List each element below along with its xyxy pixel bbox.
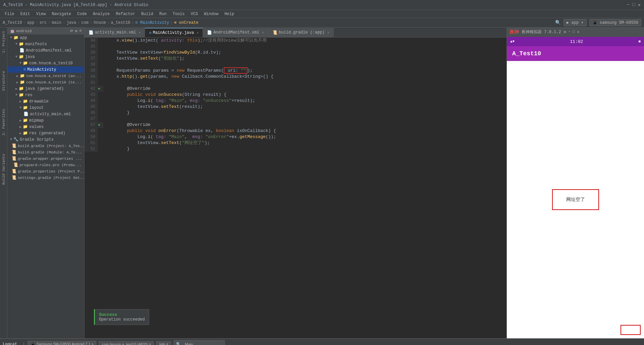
menu-refactor[interactable]: Refactor <box>113 11 138 17</box>
favorites-tool-button[interactable]: 2: Favorites <box>1 107 6 137</box>
device-filter-button[interactable]: 📱 Samsung SM-G9550 Android 7.1 ▾ <box>28 341 96 345</box>
emulator-text-display: 网址空了 <box>552 189 599 210</box>
tree-item-gradle-wrapper[interactable]: 📜 gradle-wrapper.properties ... <box>7 155 84 162</box>
tree-item-layout[interactable]: ▼ 📁 layout <box>7 105 84 111</box>
tab-bar: 📄 activity_main.xml ✕ ⊙ MainActivity.jav… <box>85 27 506 38</box>
menu-vcs[interactable]: VCS <box>188 11 201 17</box>
breadcrumb-src[interactable]: src <box>40 20 47 25</box>
tree-item-values[interactable]: ▶ 📁 values <box>7 124 84 130</box>
emulator-app-bar: A_Test10 <box>507 46 644 61</box>
menu-help[interactable]: Help <box>222 11 237 17</box>
tree-item-drawable[interactable]: ▶ 📁 drawable <box>7 98 84 105</box>
tab-build-gradle[interactable]: 📜 build.gradle (:app) ✕ <box>268 28 334 37</box>
tree-item-package-te[interactable]: ▶ 📁 com.hnucm.a_test10 (te... <box>7 79 84 85</box>
title-bar: A_Test10 - MainActivity.java [A_Test10.a… <box>0 0 644 10</box>
emulator-close-icon[interactable]: ✕ <box>577 29 579 34</box>
close-tab-icon[interactable]: ✕ <box>139 30 141 34</box>
logcat-toolbar: Logcat | 📱 Samsung SM-G9550 Android 7.1 … <box>0 339 644 345</box>
breadcrumb-java[interactable]: java <box>66 20 76 25</box>
breadcrumb-com[interactable]: com <box>81 20 89 25</box>
menu-analyze[interactable]: Analyze <box>90 11 112 17</box>
code-lines: 34 x.view().inject( activity: this);//没有… <box>85 38 506 152</box>
toast-message: Operation succeeded <box>99 317 145 322</box>
device-selector[interactable]: 📱 samsung SM-G9550 <box>589 19 641 26</box>
tree-item-app[interactable]: ▼ 📁 app <box>7 34 84 41</box>
search-icon[interactable]: 🔍 <box>555 20 561 25</box>
menu-tools[interactable]: Tools <box>170 11 187 17</box>
bottom-panel: Logcat | 📱 Samsung SM-G9550 Android 7.1 … <box>0 338 644 345</box>
menu-build[interactable]: Build <box>139 11 156 17</box>
menu-file[interactable]: File <box>2 11 17 17</box>
breadcrumb-package[interactable]: a_test10 <box>111 20 130 25</box>
emulator-controls[interactable]: ⚙ − □ ✕ <box>564 29 580 34</box>
tree-item-mipmap[interactable]: ▶ 📁 mipmap <box>7 117 84 124</box>
tree-item-build-gradle-module[interactable]: 📜 build.gradle (Module: A_Te... <box>7 149 84 155</box>
emulator-panel: 夜神 夜神模拟器 7.0.1.2 ⚙ − □ ✕ ▲▼ 11:02 ■ A_Te… <box>506 27 644 338</box>
tree-item-res[interactable]: ▼ 📁 res <box>7 92 84 98</box>
menu-run[interactable]: Run <box>157 11 169 17</box>
emulator-settings-icon[interactable]: ⚙ <box>564 29 566 34</box>
tree-item-settings-gradle[interactable]: 📜 settings.gradle (Project Set... <box>7 175 84 181</box>
tree-item-res-generated[interactable]: ▶ 📁 res (generated) <box>7 130 84 136</box>
settings-icon[interactable]: ⚙ <box>75 29 77 33</box>
code-line-37: 37 textView.setText("初始化"); <box>85 56 506 62</box>
sync-icon[interactable]: ⟳ <box>70 29 73 33</box>
close-manifest-tab-icon[interactable]: ✕ <box>262 30 264 34</box>
logcat-search-input[interactable] <box>182 340 222 345</box>
tab-androidmanifest-xml[interactable]: 📄 AndroidManifest.xml ✕ <box>203 28 268 37</box>
emulator-minimize-icon[interactable]: − <box>568 29 571 34</box>
app-title: A_Test10 - MainActivity.java [A_Test10.a… <box>3 3 148 7</box>
close-gradle-tab-icon[interactable]: ✕ <box>327 30 329 34</box>
window-controls[interactable]: − □ ✕ <box>627 2 641 8</box>
minimize-button[interactable]: − <box>627 2 630 8</box>
code-line-47: 47 <box>85 116 506 122</box>
sidebar-header: 🤖 Android ⟳ ⚙ ≡ <box>7 27 84 34</box>
search-logcat-icon: 🔍 <box>176 342 181 345</box>
breadcrumb-class[interactable]: ⊙ MainActivity <box>135 20 169 25</box>
breadcrumb-project[interactable]: A_Test10 <box>3 20 22 25</box>
close-button[interactable]: ✕ <box>638 2 641 8</box>
tree-item-mainactivity[interactable]: ⊙ MainActivity <box>7 66 84 73</box>
breadcrumb-main[interactable]: main <box>52 20 61 25</box>
menu-navigate[interactable]: Navigate <box>49 11 74 17</box>
breadcrumb-hnucm[interactable]: hnucm <box>94 20 106 25</box>
menu-window[interactable]: Window <box>201 11 221 17</box>
build-variants-button[interactable]: Build Variants <box>1 152 6 187</box>
tree-item-package-an[interactable]: ▶ 📁 com.hnucm.a_test10 (an... <box>7 73 84 79</box>
tab-mainactivity-java[interactable]: ⊙ MainActivity.java ✕ <box>145 28 203 37</box>
main-layout: 1: Project Structure 2: Favorites Build … <box>0 27 644 338</box>
tab-activity-main-xml[interactable]: 📄 activity_main.xml ✕ <box>85 28 145 37</box>
nav-bar: A_Test10 › app › src › main › java › com… <box>0 18 644 27</box>
breadcrumb-app[interactable]: app <box>27 20 35 25</box>
tree-item-androidmanifest[interactable]: 📄 AndroidManifest.xml <box>7 47 84 54</box>
close-active-tab-icon[interactable]: ✕ <box>197 31 199 35</box>
code-line-34: 34 x.view().inject( activity: this);//没有… <box>85 38 506 44</box>
tree-item-activity-main-xml[interactable]: 📄 activity_main.xml <box>7 111 84 117</box>
code-editor[interactable]: 34 x.view().inject( activity: this);//没有… <box>85 38 506 338</box>
code-line-52: 52 } <box>85 146 506 152</box>
tree-item-java[interactable]: ▼ 📁 java <box>7 54 84 60</box>
emulator-maximize-icon[interactable]: □ <box>573 29 575 34</box>
menu-view[interactable]: View <box>34 11 49 17</box>
tree-item-package[interactable]: ▼ 📁 com.hnucm.a_test10 <box>7 60 84 66</box>
tree-item-proguard[interactable]: 📜 proguard-rules.pro (ProGu... <box>7 162 84 168</box>
level-filter-button[interactable]: Info ▾ <box>156 341 171 345</box>
tree-item-java-generated[interactable]: ▶ 📁 java (generated) <box>7 85 84 92</box>
app-bar-title: A_Test10 <box>512 50 541 57</box>
code-line-45: 45 textView.setText(result); <box>85 104 506 110</box>
tree-item-build-gradle-project[interactable]: 📜 build.gradle (Project: A_Tes... <box>7 143 84 149</box>
tree-item-manifests[interactable]: ▼ 📁 manifests <box>7 41 84 47</box>
package-filter-button[interactable]: com.hnucm.a_test10 (4820) ▾ <box>99 341 154 345</box>
status-bar-left: ▲▼ <box>510 40 515 44</box>
tree-item-gradle-properties[interactable]: 📜 gradle.properties (Project P... <box>7 168 84 175</box>
structure-tool-button[interactable]: Structure <box>1 69 6 93</box>
expand-icon[interactable]: ≡ <box>79 29 82 33</box>
project-tool-button[interactable]: 1: Project <box>1 29 6 55</box>
menu-code[interactable]: Code <box>74 11 90 17</box>
breadcrumb-method[interactable]: ⊕ onCreate <box>174 20 198 25</box>
menu-edit[interactable]: Edit <box>18 11 33 17</box>
maximize-button[interactable]: □ <box>632 2 635 8</box>
tree-item-gradle-scripts[interactable]: ▼ 🔧 Gradle Scripts <box>7 136 84 143</box>
run-config-selector[interactable]: ▶ app ▾ <box>564 19 586 26</box>
project-tree: 🤖 Android ⟳ ⚙ ≡ ▼ 📁 app ▼ 📁 manifests 📄 … <box>7 27 85 338</box>
